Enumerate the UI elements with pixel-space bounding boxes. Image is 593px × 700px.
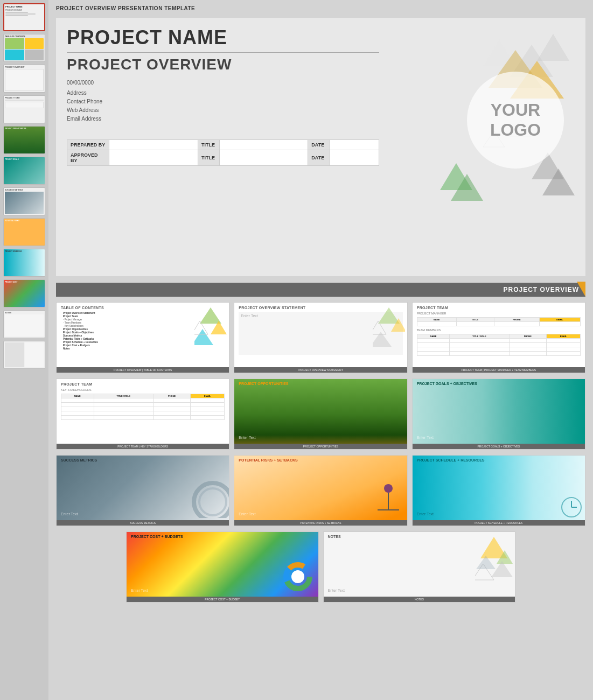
- opportunities-enter-text: Enter Text: [239, 436, 255, 439]
- svg-point-30: [291, 570, 304, 583]
- web-address: Web Address: [67, 106, 379, 115]
- schedule-enter-text: Enter Text: [417, 512, 434, 516]
- title-label-2: TITLE: [198, 150, 220, 166]
- goals-enter-text: Enter Text: [417, 436, 434, 439]
- opportunities-title-area: PROJECT OPPORTUNITIES: [234, 379, 407, 388]
- approved-by-label: APPROVED BY: [67, 150, 109, 166]
- mini-slide-schedule[interactable]: PROJECT SCHEDULE + RESOURCES Enter Text …: [412, 455, 585, 526]
- template-label: PROJECT OVERVIEW PRESENTATION TEMPLATE: [56, 5, 585, 11]
- statement-deco: [373, 305, 405, 350]
- success-title-area: SUCCESS METRICS: [57, 456, 229, 465]
- sidebar-thumb-6[interactable]: PROJECT GOALS: [3, 157, 45, 185]
- schedule-deco: [561, 496, 582, 520]
- risks-enter-text: Enter Text: [239, 512, 255, 516]
- schedule-footer: PROJECT SCHEDULE + RESOURCES: [413, 520, 585, 526]
- title-label-1: TITLE: [198, 140, 220, 150]
- team-subtitle-manager: PROJECT MANAGER: [417, 312, 581, 315]
- mini-slide-project-team[interactable]: PROJECT TEAM PROJECT MANAGER NAME TITLE …: [412, 302, 585, 373]
- stakeholders-subtitle: KEY STAKEHOLDERS: [61, 388, 225, 391]
- prepared-by-label: PREPARED BY: [67, 140, 109, 150]
- prepared-by-table: PREPARED BY TITLE DATE APPROVED BY TITLE…: [67, 139, 379, 166]
- stakeholders-table: NAME TITLE / ROLE PHONE EMAIL: [61, 394, 225, 420]
- logo-logo-text: LOGO: [490, 120, 541, 140]
- cost-footer: PROJECT COST + BUDGET: [127, 597, 318, 602]
- sidebar-thumb-8[interactable]: POTENTIAL RISKS: [3, 218, 45, 246]
- svg-marker-17: [373, 332, 392, 347]
- mini-slide-overview-statement[interactable]: PROJECT OVERVIEW STATEMENT Enter Text PR…: [234, 302, 407, 373]
- slides-grid-row3: SUCCESS METRICS Enter Text SUCCESS METRI…: [56, 455, 585, 526]
- success-footer: SUCCESS METRICS: [57, 520, 229, 526]
- risks-deco: [375, 483, 402, 517]
- logo-your-text: YOUR: [491, 100, 540, 120]
- risks-title: POTENTIAL RISKS + SETBACKS: [239, 458, 402, 462]
- mini-slide-success[interactable]: SUCCESS METRICS Enter Text SUCCESS METRI…: [56, 455, 229, 526]
- mini-slide-stakeholders[interactable]: PROJECT TEAM KEY STAKEHOLDERS NAME TITLE…: [56, 379, 229, 450]
- date-label-1: DATE: [308, 140, 330, 150]
- goals-footer: PROJECT GOALS + OBJECTIVES: [413, 444, 585, 449]
- date-value-1: [330, 140, 379, 150]
- mini-slide-notes[interactable]: NOTES Enter Text NOTES: [323, 531, 516, 603]
- team-footer: PROJECT TEAM | PROJECT MANAGER + TEAM ME…: [413, 367, 585, 373]
- slides-grid-row1: TABLE OF CONTENTS Project Overview State…: [56, 302, 585, 373]
- cost-enter-text: Enter Text: [131, 589, 148, 592]
- date-field: 00/00/0000: [67, 80, 379, 86]
- divider: [67, 52, 379, 53]
- title-value-2: [219, 150, 308, 166]
- mini-slide-goals[interactable]: PROJECT GOALS + OBJECTIVES Enter Text PR…: [412, 379, 585, 450]
- sidebar-thumb-2[interactable]: TABLE OF CONTENTS: [3, 34, 45, 62]
- sidebar-thumb-5[interactable]: PROJECT OPPORTUNITIES: [3, 126, 45, 154]
- success-title: SUCCESS METRICS: [61, 458, 225, 462]
- toc-footer: PROJECT OVERVIEW | TABLE OF CONTENTS: [57, 367, 229, 373]
- team-manager-table: NAME TITLE PHONE EMAIL: [417, 317, 581, 326]
- mini-slide-cost[interactable]: PROJECT COST + BUDGETS Enter Text PROJEC…: [126, 531, 319, 603]
- project-name: PROJECT NAME: [67, 26, 379, 49]
- svg-marker-11: [200, 307, 221, 324]
- stakeholders-footer: PROJECT TEAM | KEY STAKEHOLDERS: [57, 444, 229, 449]
- opportunities-footer: PROJECT OPPORTUNITIES: [234, 444, 407, 449]
- logo-placeholder: YOUR LOGO: [467, 72, 564, 169]
- date-value-2: [330, 150, 379, 166]
- cost-title-area: PROJECT COST + BUDGETS: [127, 532, 318, 541]
- date-label-2: DATE: [308, 150, 330, 166]
- svg-point-21: [384, 484, 393, 493]
- risks-footer: POTENTIAL RISKS + SETBACKS: [234, 520, 407, 526]
- sidebar-thumb-11[interactable]: NOTES: [3, 310, 45, 338]
- success-deco: [186, 475, 229, 520]
- svg-point-20: [199, 488, 226, 515]
- mini-slide-opportunities[interactable]: PROJECT OPPORTUNITIES Enter Text PROJECT…: [234, 379, 407, 450]
- goals-title-area: PROJECT GOALS + OBJECTIVES: [413, 379, 585, 388]
- email-address: Email Address: [67, 115, 379, 123]
- statement-footer: PROJECT OVERVIEW STATEMENT: [234, 367, 407, 373]
- sidebar-thumb-1[interactable]: PROJECT NAME PROJECT OVERVIEW: [3, 3, 45, 31]
- sidebar-thumb-12[interactable]: [3, 341, 45, 369]
- slides-grid-row4: PROJECT COST + BUDGETS Enter Text PROJEC…: [56, 531, 585, 603]
- overview-banner-text: PROJECT OVERVIEW: [504, 286, 579, 293]
- sidebar-thumb-9[interactable]: PROJECT SCHEDULE: [3, 249, 45, 277]
- contact-info: Address Contact Phone Web Address Email …: [67, 89, 379, 123]
- sidebar-thumb-4[interactable]: PROJECT TEAM: [3, 95, 45, 123]
- mini-slide-toc[interactable]: TABLE OF CONTENTS Project Overview State…: [56, 302, 229, 373]
- stakeholders-title: PROJECT TEAM: [61, 382, 225, 386]
- sidebar-thumb-7[interactable]: SUCCESS METRICS: [3, 187, 45, 215]
- sidebar-thumb-10[interactable]: PROJECT COST: [3, 279, 45, 307]
- notes-enter-text: Enter Text: [328, 589, 345, 592]
- address: Address: [67, 89, 379, 97]
- sidebar: PROJECT NAME PROJECT OVERVIEW TABLE OF C…: [0, 0, 48, 700]
- cost-title: PROJECT COST + BUDGETS: [131, 535, 314, 538]
- notes-deco: [475, 534, 513, 585]
- sidebar-thumb-3[interactable]: PROJECT OVERVIEW: [3, 65, 45, 93]
- mini-slide-risks[interactable]: POTENTIAL RISKS + SETBACKS Enter Text PO…: [234, 455, 407, 526]
- risks-title-area: POTENTIAL RISKS + SETBACKS: [234, 456, 407, 465]
- success-enter-text: Enter Text: [61, 512, 78, 516]
- prepared-by-value: [109, 140, 198, 150]
- svg-marker-13: [194, 329, 213, 345]
- slides-grid-row2: PROJECT TEAM KEY STAKEHOLDERS NAME TITLE…: [56, 379, 585, 450]
- team-subtitle-members: TEAM MEMBERS: [417, 328, 581, 332]
- notes-footer: NOTES: [324, 597, 515, 602]
- main-content: PROJECT OVERVIEW PRESENTATION TEMPLATE: [48, 0, 593, 700]
- main-title-slide: YOUR LOGO PROJECT NAME PROJECT OVERVIEW …: [56, 18, 585, 276]
- team-title: PROJECT TEAM: [417, 306, 581, 310]
- logo-area: YOUR LOGO: [424, 34, 575, 206]
- goals-title: PROJECT GOALS + OBJECTIVES: [417, 382, 581, 386]
- svg-marker-15: [378, 307, 400, 324]
